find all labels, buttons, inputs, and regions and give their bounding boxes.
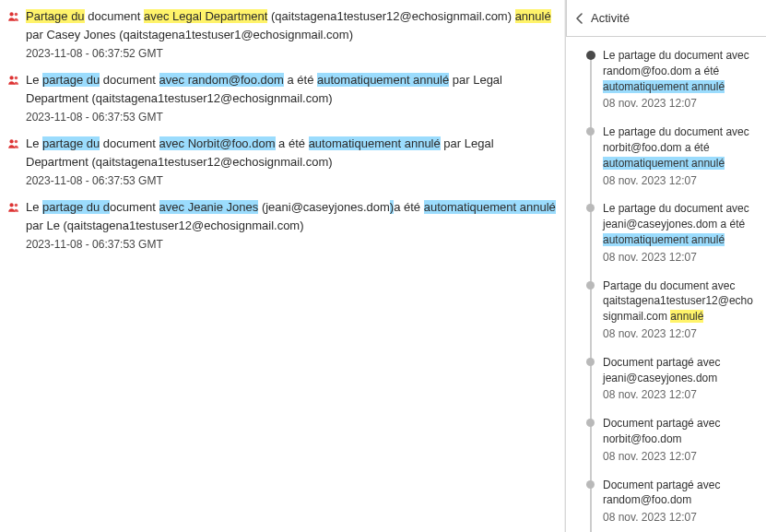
text-segment: Le — [26, 136, 42, 150]
text-segment: Le partage du document avec random@foo.d… — [603, 49, 749, 77]
timeline-item[interactable]: Document partagé avec norbit@foo.dom08 n… — [586, 416, 757, 464]
audit-item: Le partage du document avec random@foo.d… — [7, 71, 557, 125]
text-segment: a été — [276, 136, 309, 150]
text-run: Partage du document avec Legal Departmen… — [26, 9, 551, 41]
timeline-text: Document partagé avec jeani@caseyjones.d… — [603, 355, 757, 386]
text-run: Document partagé avec norbit@foo.dom — [603, 417, 720, 445]
text-segment: annulé — [515, 9, 551, 23]
text-run: Le partage du document avec Jeanie Jones… — [26, 200, 556, 232]
text-segment: partage du — [42, 73, 100, 87]
timeline-item[interactable]: Document partagé avec jeani@caseyjones.d… — [586, 355, 757, 403]
audit-timestamp: 2023-11-08 - 06:37:53 GMT — [26, 109, 557, 125]
text-segment: Le — [26, 73, 42, 87]
text-segment: par Casey Jones (qaitstagena1testuser1@e… — [26, 28, 353, 41]
text-segment: Le partage du document avec jeani@caseyj… — [603, 202, 749, 231]
audit-item: Le partage du document avec Jeanie Jones… — [7, 198, 557, 253]
text-run: Le partage du document avec random@foo.d… — [603, 49, 749, 93]
audit-content: Le partage du document avec random@foo.d… — [26, 71, 557, 125]
timeline-item[interactable]: Document partagé avec random@foo.dom08 n… — [586, 478, 757, 526]
timeline-timestamp: 08 nov. 2023 12:07 — [603, 510, 757, 526]
text-segment: ocument — [110, 200, 159, 214]
people-icon — [7, 137, 20, 150]
audit-content: Partage du document avec Legal Departmen… — [26, 7, 557, 62]
timeline-text: Le partage du document avec random@foo.d… — [603, 48, 757, 94]
people-icon — [7, 201, 20, 214]
audit-timestamp: 2023-11-08 - 06:37:53 GMT — [26, 172, 557, 189]
timeline-dot — [586, 358, 595, 366]
text-segment: Document partagé avec jeani@caseyjones.d… — [603, 356, 720, 384]
timeline-item[interactable]: Partage du document avec qaitstagena1tes… — [586, 278, 757, 342]
audit-text: Le partage du document avec Jeanie Jones… — [26, 198, 557, 234]
text-segment: automatiquement annulé — [309, 136, 441, 150]
text-segment: Document partagé avec random@foo.dom — [603, 479, 720, 507]
timeline-dot — [586, 51, 595, 60]
activity-panel: Activité Le partage du document avec ran… — [565, 0, 766, 532]
activity-timeline: Le partage du document avec random@foo.d… — [566, 37, 766, 532]
text-segment: avec Legal Department — [144, 9, 267, 23]
text-run: Le partage du document avec random@foo.d… — [26, 73, 502, 105]
svg-point-2 — [9, 76, 13, 79]
timeline-dot — [586, 419, 595, 427]
text-run: Document partagé avec random@foo.dom — [603, 479, 720, 507]
text-segment: document — [100, 73, 159, 87]
text-segment: automatiquement annulé — [603, 157, 725, 170]
audit-timestamp: 2023-11-08 - 06:37:52 GMT — [26, 45, 557, 62]
timeline-timestamp: 08 nov. 2023 12:07 — [603, 387, 757, 403]
svg-point-5 — [15, 140, 18, 144]
activity-panel-header[interactable]: Activité — [566, 0, 766, 37]
svg-point-4 — [9, 139, 13, 143]
people-icon — [7, 10, 20, 23]
text-segment: Document partagé avec norbit@foo.dom — [603, 417, 720, 445]
svg-point-6 — [9, 203, 13, 207]
text-segment: avec Norbit@foo.dom — [159, 136, 276, 150]
audit-content: Le partage du document avec Jeanie Jones… — [26, 198, 557, 253]
audit-text: Partage du document avec Legal Departmen… — [26, 7, 557, 43]
text-segment: a été — [284, 73, 317, 87]
timeline-timestamp: 08 nov. 2023 12:07 — [603, 96, 757, 112]
text-run: Document partagé avec jeani@caseyjones.d… — [603, 356, 720, 384]
text-segment: partage du d — [42, 200, 110, 214]
timeline-item[interactable]: Le partage du document avec jeani@caseyj… — [586, 201, 757, 265]
timeline-text: Partage du document avec qaitstagena1tes… — [603, 278, 757, 325]
svg-point-1 — [15, 13, 18, 17]
text-segment: avec random@foo.dom — [159, 73, 284, 87]
timeline-dot — [586, 480, 595, 489]
text-segment: avec Jeanie Jones — [159, 200, 259, 214]
text-run: Le partage du document avec norbit@foo.d… — [603, 125, 749, 170]
audit-item: Partage du document avec Legal Departmen… — [7, 7, 557, 62]
timeline-text: Document partagé avec random@foo.dom — [603, 478, 757, 509]
text-segment: document — [100, 136, 159, 150]
timeline-item[interactable]: Le partage du document avec norbit@foo.d… — [586, 124, 757, 188]
timeline-dot — [586, 204, 595, 212]
audit-content: Le partage du document avec Norbit@foo.d… — [26, 135, 557, 189]
timeline-dot — [586, 281, 595, 290]
audit-timestamp: 2023-11-08 - 06:37:53 GMT — [26, 236, 557, 253]
text-segment: par Le (qaitstagena1testuser12@echosignm… — [26, 219, 304, 232]
text-segment: Partage du — [26, 9, 85, 23]
text-segment: Le — [26, 200, 42, 214]
text-segment: (jeani@caseyjones.dom — [258, 200, 390, 214]
timeline-timestamp: 08 nov. 2023 12:07 — [603, 326, 757, 342]
text-run: Le partage du document avec Norbit@foo.d… — [26, 136, 494, 169]
chevron-left-icon — [576, 13, 583, 24]
text-segment: partage du — [42, 136, 100, 150]
text-run: Partage du document avec qaitstagena1tes… — [603, 279, 753, 324]
audit-text: Le partage du document avec random@foo.d… — [26, 71, 557, 107]
text-segment: automatiquement annulé — [603, 80, 725, 93]
text-segment: document — [85, 9, 144, 23]
text-segment: annulé — [670, 310, 703, 323]
audit-item: Le partage du document avec Norbit@foo.d… — [7, 135, 557, 189]
timeline-text: Le partage du document avec norbit@foo.d… — [603, 124, 757, 171]
text-segment: automatiquement annulé — [603, 233, 725, 246]
timeline-item[interactable]: Le partage du document avec random@foo.d… — [586, 48, 757, 112]
svg-point-7 — [15, 204, 18, 207]
timeline-timestamp: 08 nov. 2023 12:07 — [603, 449, 757, 465]
svg-point-3 — [15, 77, 18, 80]
text-segment: a été — [394, 200, 424, 214]
timeline-text: Document partagé avec norbit@foo.dom — [603, 416, 757, 447]
text-segment: automatiquement annulé — [424, 200, 556, 214]
text-run: Le partage du document avec jeani@caseyj… — [603, 202, 749, 246]
timeline-timestamp: 08 nov. 2023 12:07 — [603, 173, 757, 189]
audit-log: Partage du document avec Legal Departmen… — [0, 0, 565, 532]
text-segment: (qaitstagena1testuser12@echosignmail.com… — [267, 9, 514, 23]
